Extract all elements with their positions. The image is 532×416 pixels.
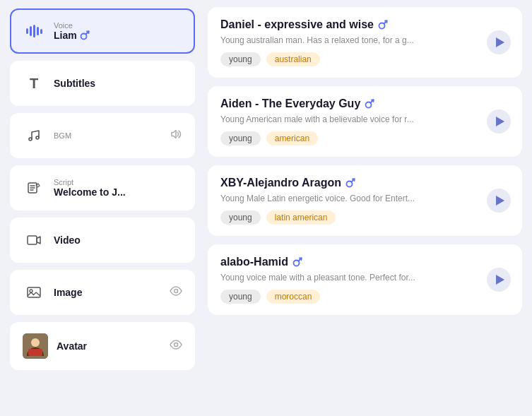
voice-desc-alejandro: Young Male Latin energetic voice. Good f…: [220, 194, 509, 203]
avatar-thumbnail: [23, 333, 48, 359]
svg-point-14: [175, 343, 178, 347]
voice-card-hamid[interactable]: alabo-Hamid Young voice male with a plea…: [208, 244, 522, 315]
svg-point-5: [36, 136, 39, 139]
tag-american-aiden: american: [266, 131, 318, 145]
subtitles-value: Subtitles: [54, 78, 95, 89]
voice-title-hamid: alabo-Hamid: [220, 256, 509, 268]
sidebar-item-avatar[interactable]: Avatar: [10, 322, 195, 370]
avatar-value: Avatar: [57, 340, 87, 352]
sidebar-item-voice[interactable]: Voice Liam: [10, 8, 195, 54]
sidebar-item-image[interactable]: Image: [10, 270, 195, 315]
eye-icon-image: [170, 285, 182, 300]
svg-rect-8: [28, 287, 40, 297]
male-gender-icon: [80, 30, 90, 40]
tag-young-hamid: young: [220, 290, 261, 304]
voice-title-alejandro: XBY-Alejandro Aragon: [220, 177, 509, 189]
voice-list-panel: Daniel - expressive and wise Young austr…: [205, 0, 532, 416]
voice-tags-hamid: young moroccan: [220, 290, 509, 304]
svg-point-12: [31, 338, 40, 347]
waveform-icon: [23, 20, 45, 42]
eye-icon-avatar: [170, 338, 182, 354]
sidebar-item-video[interactable]: Video: [10, 218, 195, 263]
male-icon-aiden: [365, 99, 374, 109]
tag-moroccan-hamid: moroccan: [266, 290, 321, 304]
male-icon-alejandro: [345, 178, 355, 188]
music-icon: [23, 124, 45, 147]
sidebar-item-bgm[interactable]: BGM: [10, 113, 195, 158]
script-icon: [23, 177, 45, 199]
voice-desc-daniel: Young australian man. Has a relaxed tone…: [220, 35, 509, 45]
tag-latin-alejandro: latin american: [266, 210, 336, 225]
video-value: Video: [54, 234, 81, 246]
voice-tags-aiden: young american: [220, 131, 509, 145]
male-icon-hamid: [292, 257, 302, 267]
sidebar: Voice Liam T Subtitles: [0, 0, 205, 416]
tag-young-aiden: young: [220, 131, 261, 145]
play-button-alejandro[interactable]: [487, 189, 511, 213]
voice-value: Liam: [54, 30, 90, 41]
bgm-label: BGM: [54, 131, 71, 140]
play-button-daniel[interactable]: [487, 30, 511, 54]
video-icon: [23, 229, 45, 251]
script-label: Script: [54, 178, 126, 186]
voice-desc-aiden: Young American male with a believable vo…: [220, 114, 509, 124]
voice-card-daniel[interactable]: Daniel - expressive and wise Young austr…: [208, 7, 522, 78]
image-icon: [23, 281, 45, 304]
svg-rect-13: [28, 349, 42, 356]
voice-desc-hamid: Young voice male with a pleasant tone. P…: [220, 273, 509, 283]
voice-label: Voice: [54, 21, 90, 30]
voice-title-daniel: Daniel - expressive and wise: [220, 18, 509, 31]
tag-young-alejandro: young: [220, 210, 261, 225]
sidebar-item-script[interactable]: Script Welcome to J...: [10, 165, 195, 210]
play-button-hamid[interactable]: [487, 268, 511, 292]
play-button-aiden[interactable]: [487, 109, 511, 133]
svg-point-10: [175, 290, 178, 293]
tag-australian-daniel: australian: [266, 52, 320, 66]
male-icon-daniel: [378, 20, 388, 30]
text-icon: T: [23, 72, 45, 95]
voice-card-alejandro[interactable]: XBY-Alejandro Aragon Young Male Latin en…: [208, 165, 522, 236]
voice-title-aiden: Aiden - The Everyday Guy: [220, 97, 509, 110]
volume-icon: [170, 128, 182, 143]
svg-rect-7: [28, 236, 37, 244]
image-value: Image: [54, 287, 82, 298]
voice-tags-alejandro: young latin american: [220, 210, 509, 225]
sidebar-item-subtitles[interactable]: T Subtitles: [10, 61, 195, 106]
tag-young-daniel: young: [220, 52, 261, 66]
svg-point-4: [29, 138, 32, 141]
script-value: Welcome to J...: [54, 186, 126, 198]
voice-card-aiden[interactable]: Aiden - The Everyday Guy Young American …: [208, 86, 522, 157]
voice-tags-daniel: young australian: [220, 52, 509, 66]
